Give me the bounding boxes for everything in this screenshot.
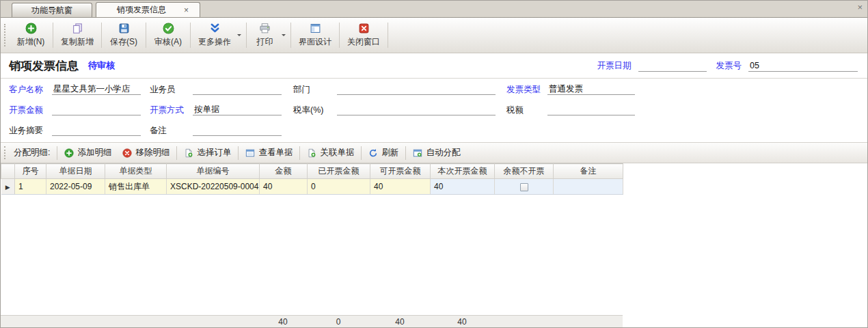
cell-amount[interactable]: 40 [260, 179, 308, 195]
button-label: 选择订单 [197, 147, 231, 159]
col-available-amount[interactable]: 可开票金额 [370, 164, 431, 179]
form-row: 开票金额 开票方式 按单据 税率(%) 税额 [1, 99, 867, 120]
invoice-type-label: 发票类型 [506, 84, 541, 96]
cell-remark[interactable] [554, 179, 623, 195]
customer-name-field[interactable]: 星星文具第一小学店 [52, 82, 141, 95]
print-button[interactable]: 打印 [248, 19, 289, 51]
button-label: 新增(N) [17, 36, 45, 48]
more-actions-button[interactable]: 更多操作 [192, 19, 245, 51]
tab-function-nav[interactable]: 功能导航窗 [12, 3, 92, 17]
row-indicator[interactable]: ▶ [1, 179, 15, 195]
add-icon [25, 23, 37, 34]
add-detail-button[interactable]: 添加明细 [59, 145, 117, 161]
invoice-no-label: 发票号 [716, 60, 742, 72]
toolbar-separator [176, 146, 177, 160]
dropdown-arrow-icon[interactable] [282, 34, 286, 38]
main-toolbar: 新增(N) 复制新增 保存(S) 审核(A) [1, 18, 867, 53]
toolbar-separator [190, 23, 191, 48]
summary-spacer [46, 316, 105, 328]
salesman-field[interactable] [193, 82, 282, 95]
col-current-amount[interactable]: 本次开票金额 [431, 164, 495, 179]
ui-design-button[interactable]: 界面设计 [293, 19, 338, 51]
refresh-button[interactable]: 刷新 [363, 145, 404, 161]
tab-sales-invoice[interactable]: 销项发票信息 × [96, 2, 200, 17]
view-doc-button[interactable]: 查看单据 [240, 145, 298, 161]
col-doc-type[interactable]: 单据类型 [105, 164, 167, 179]
cell-doc-type[interactable]: 销售出库单 [105, 179, 167, 195]
grid-empty-area[interactable] [1, 195, 867, 315]
copy-new-button[interactable]: 复制新增 [55, 19, 100, 51]
invoice-amount-field[interactable] [52, 102, 141, 115]
row-indicator-header [1, 164, 15, 179]
summary-invoiced-amount: 0 [307, 316, 370, 328]
tab-close-icon[interactable]: × [184, 6, 189, 14]
toolbar-grip-handle[interactable] [4, 146, 8, 159]
invoice-type-field[interactable]: 普通发票 [547, 82, 635, 95]
cell-doc-no[interactable]: XSCKD-20220509-0004 [167, 179, 260, 195]
copy-icon [72, 23, 83, 34]
select-order-button[interactable]: 选择订单 [178, 145, 236, 161]
close-window-icon [358, 23, 370, 34]
approve-button[interactable]: 审核(A) [148, 19, 189, 51]
button-label: 添加明细 [77, 147, 111, 159]
summary-current-amount: 40 [430, 316, 494, 328]
col-doc-date[interactable]: 单据日期 [46, 164, 105, 179]
window-close-icon[interactable]: × [857, 3, 863, 12]
button-label: 关联单据 [320, 147, 354, 159]
link-doc-button[interactable]: 关联单据 [301, 145, 360, 161]
button-label: 审核(A) [154, 36, 182, 48]
invoice-no-field[interactable]: 05 [748, 59, 858, 72]
tab-label: 功能导航窗 [31, 5, 72, 16]
col-invoiced-amount[interactable]: 已开票金额 [308, 164, 370, 179]
tax-rate-field[interactable] [337, 102, 496, 115]
grid-summary-bar: 40 0 40 40 [1, 315, 623, 328]
invoice-amount-label: 开票金额 [9, 105, 43, 116]
salesman-label: 业务员 [150, 84, 176, 96]
col-no-invoice-remainder[interactable]: 余额不开票 [495, 164, 554, 179]
print-icon [259, 23, 271, 34]
select-order-icon [184, 148, 193, 158]
cell-available-amount[interactable]: 40 [370, 179, 431, 195]
detail-grid: 序号 单据日期 单据类型 单据编号 金额 已开票金额 可开票金额 本次开票金额 … [1, 163, 867, 328]
close-window-button[interactable]: 关闭窗口 [341, 19, 386, 51]
save-button[interactable]: 保存(S) [103, 19, 144, 51]
remark-field[interactable] [193, 123, 282, 136]
no-invoice-remainder-checkbox[interactable] [520, 183, 528, 191]
business-summary-label: 业务摘要 [9, 125, 43, 137]
button-label: 更多操作 [198, 36, 231, 48]
col-seq[interactable]: 序号 [15, 164, 46, 179]
cell-seq[interactable]: 1 [15, 179, 46, 195]
col-amount[interactable]: 金额 [260, 164, 308, 179]
remove-detail-button[interactable]: 移除明细 [117, 145, 175, 161]
remark-label: 备注 [150, 125, 167, 137]
auto-assign-button[interactable]: 自动分配 [407, 145, 465, 161]
status-badge: 待审核 [88, 59, 115, 72]
cell-doc-date[interactable]: 2022-05-09 [46, 179, 105, 195]
summary-amount: 40 [259, 316, 307, 328]
button-label: 界面设计 [299, 36, 331, 48]
current-row-arrow-icon: ▶ [5, 184, 10, 191]
invoice-method-field[interactable]: 按单据 [193, 102, 282, 115]
dropdown-arrow-icon[interactable] [237, 34, 241, 38]
button-label: 关闭窗口 [347, 36, 380, 48]
toolbar-separator [57, 146, 57, 160]
new-button[interactable]: 新增(N) [10, 19, 51, 51]
grid-data-row: ▶ 1 2022-05-09 销售出库单 XSCKD-20220509-0004… [1, 179, 623, 195]
cell-invoiced-amount[interactable]: 0 [308, 179, 370, 195]
toolbar-separator [388, 23, 388, 48]
col-remark[interactable]: 备注 [554, 164, 623, 179]
col-doc-no[interactable]: 单据编号 [167, 164, 260, 179]
title-bar: 销项发票信息 待审核 开票日期 发票号 05 [1, 53, 867, 79]
toolbar-grip-handle[interactable] [4, 24, 8, 46]
button-label: 打印 [257, 36, 273, 48]
link-doc-icon [307, 148, 316, 158]
button-label: 保存(S) [110, 36, 137, 48]
tab-label: 销项发票信息 [117, 4, 166, 16]
business-summary-field[interactable] [52, 123, 141, 136]
tax-amount-field[interactable] [547, 102, 635, 115]
summary-spacer [553, 316, 623, 328]
cell-current-amount[interactable]: 40 [431, 179, 495, 195]
grid-summary-row: 40 0 40 40 [1, 316, 623, 328]
invoice-date-field[interactable] [638, 59, 707, 72]
department-field[interactable] [337, 82, 496, 95]
